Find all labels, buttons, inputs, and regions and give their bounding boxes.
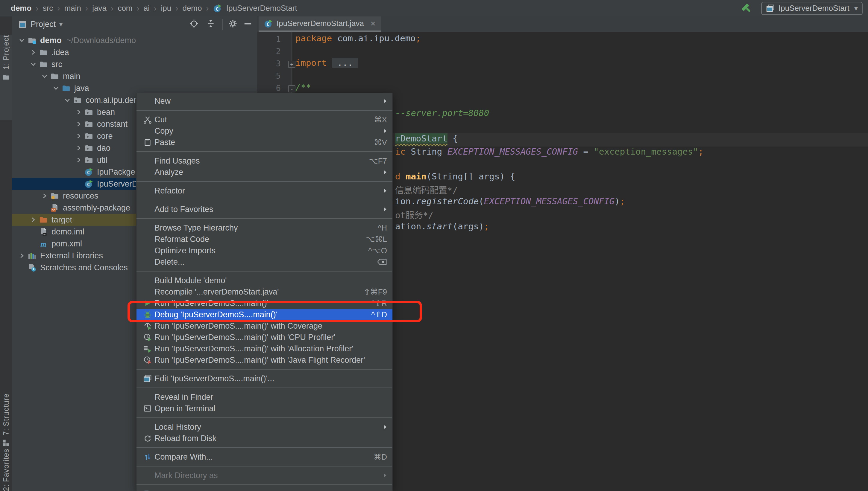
package-icon [83, 132, 94, 141]
chevron-right-icon[interactable] [40, 192, 49, 199]
menu-item-open-in-terminal[interactable]: Open in Terminal [136, 403, 392, 414]
breadcrumb-item-ipu-6[interactable]: ipu [161, 4, 171, 13]
sidebar-tab-project[interactable]: 1: Project [0, 35, 12, 120]
svg-text:C: C [267, 21, 269, 27]
breadcrumb-item-src-1[interactable]: src [43, 4, 53, 13]
menu-item-reformat-code[interactable]: Reformat Code⌥⌘L [136, 234, 392, 245]
toolbar-divider [222, 19, 223, 30]
tree-item-label: assembly-package [63, 203, 130, 212]
reload-icon [141, 434, 155, 442]
breadcrumb-item-java-3[interactable]: java [92, 4, 107, 13]
fold-marker-icon[interactable]: + [288, 61, 295, 68]
menu-item-new[interactable]: New [136, 95, 392, 107]
menu-item-reveal-in-finder[interactable]: Reveal in Finder [136, 392, 392, 403]
menu-item-diagrams[interactable]: Diagrams [136, 488, 392, 491]
breadcrumb-item-demo-7[interactable]: demo [182, 4, 202, 13]
package-icon [83, 155, 94, 165]
menu-item-find-usages[interactable]: Find Usages⌥F7 [136, 155, 392, 167]
terminal-icon [141, 404, 155, 413]
chevron-right-icon[interactable] [29, 49, 38, 56]
chevron-right-icon[interactable] [74, 144, 83, 152]
breadcrumb-item-main-2[interactable]: main [64, 4, 81, 13]
annotation-rectangle [128, 301, 422, 322]
class-run-icon: C [264, 19, 273, 28]
menu-separator [136, 200, 392, 200]
chevron-down-icon[interactable] [63, 96, 72, 104]
locate-file-icon[interactable] [189, 19, 199, 28]
tree-item-demo[interactable]: demo~/Downloads/demo [12, 34, 257, 46]
tree-item-main[interactable]: main [12, 70, 257, 82]
chevron-right-icon[interactable] [29, 216, 38, 223]
menu-item-copy[interactable]: Copy [136, 125, 392, 137]
hide-panel-icon[interactable] [243, 19, 253, 28]
breadcrumb-separator: › [36, 4, 38, 13]
menu-item-label: Paste [155, 138, 175, 147]
menu-item-compare-with[interactable]: Compare With...⌘D [136, 451, 392, 463]
breadcrumb-item-com-4[interactable]: com [118, 4, 132, 13]
breadcrumb-item-demo-0[interactable]: demo [11, 4, 31, 13]
chevron-right-icon[interactable] [74, 156, 83, 164]
build-hammer-icon[interactable] [741, 2, 753, 15]
tree-item-src[interactable]: src [12, 58, 257, 70]
app-window-icon [141, 374, 155, 383]
menu-item-label: Copy [155, 126, 173, 136]
chevron-down-icon[interactable] [17, 37, 26, 44]
menu-item-refactor[interactable]: Refactor [136, 185, 392, 197]
submenu-arrow-icon [383, 128, 387, 134]
line-number: 5 [257, 71, 281, 81]
scissors-icon [141, 115, 155, 124]
tree-item-idea[interactable]: .idea [12, 46, 257, 58]
menu-item-run-ipuserverdemos-main-with-allocation-profiler[interactable]: Run 'IpuServerDemoS....main()' with 'All… [136, 343, 392, 354]
svg-text:<>: <> [52, 208, 55, 211]
profiler-alloc-icon [141, 345, 155, 353]
menu-item-edit-ipuserverdemos-main[interactable]: Edit 'IpuServerDemoS....main()'... [136, 373, 392, 384]
menu-item-run-ipuserverdemos-main-with-cpu-profiler[interactable]: Run 'IpuServerDemoS....main()' with 'CPU… [136, 331, 392, 343]
close-icon[interactable]: × [371, 19, 375, 28]
menu-item-label: Recompile '...erverDemoStart.java' [155, 287, 279, 297]
maven-icon: m [38, 239, 49, 248]
menu-separator [136, 110, 392, 111]
menu-separator [136, 369, 392, 370]
chevron-right-icon[interactable] [74, 133, 83, 140]
menu-item-label: Add to Favorites [155, 205, 213, 214]
chevron-down-icon[interactable] [40, 73, 49, 80]
menu-item-delete[interactable]: Delete... [136, 256, 392, 268]
menu-item-cut[interactable]: Cut⌘X [136, 114, 392, 125]
structure-icon [2, 439, 10, 447]
collapse-all-icon[interactable] [206, 19, 216, 28]
gear-icon[interactable] [228, 19, 238, 28]
menu-item-build-module-demo[interactable]: Build Module 'demo' [136, 275, 392, 286]
submenu-arrow-icon [383, 98, 387, 104]
tree-item-label: .idea [52, 48, 69, 57]
chevron-down-icon[interactable] [29, 61, 38, 68]
chevron-right-icon[interactable] [74, 120, 83, 128]
tree-item-label: dao [97, 144, 110, 153]
menu-item-analyze[interactable]: Analyze [136, 167, 392, 178]
breadcrumb-item-current[interactable]: IpuServerDemoStart [226, 4, 297, 13]
menu-item-local-history[interactable]: Local History [136, 421, 392, 433]
run-configuration-select[interactable]: IpuServerDemoStart ▾ [761, 2, 863, 15]
menu-item-optimize-imports[interactable]: Optimize Imports^⌥O [136, 245, 392, 256]
breadcrumb-item-ai-5[interactable]: ai [144, 4, 150, 13]
fold-marker-icon[interactable]: - [288, 85, 295, 92]
menu-separator [136, 484, 392, 485]
chevron-right-icon[interactable] [17, 252, 26, 259]
chevron-down-icon[interactable]: ▾ [59, 21, 62, 28]
menu-item-browse-type-hierarchy[interactable]: Browse Type Hierarchy^H [136, 222, 392, 234]
tree-item-label: IpuPackge [97, 168, 135, 177]
sidebar-tab-favorites[interactable]: 2: Favorites [0, 449, 12, 491]
project-panel-icon [18, 20, 27, 29]
menu-item-label: Build Module 'demo' [155, 276, 226, 285]
chevron-down-icon[interactable] [52, 85, 60, 92]
menu-item-paste[interactable]: Paste⌘V [136, 137, 392, 148]
menu-item-shortcut: ⌘X [374, 115, 387, 124]
menu-item-reload-from-disk[interactable]: Reload from Disk [136, 433, 392, 444]
chevron-right-icon[interactable] [74, 109, 83, 116]
menu-item-recompile-erverdemostart-java[interactable]: Recompile '...erverDemoStart.java'⇧⌘F9 [136, 286, 392, 297]
tree-item-java[interactable]: java [12, 82, 257, 94]
menu-item-add-to-favorites[interactable]: Add to Favorites [136, 204, 392, 215]
tree-item-path-hint: ~/Downloads/demo [66, 36, 136, 45]
menu-item-label: Run 'IpuServerDemoS....main()' with 'All… [155, 344, 353, 353]
menu-item-run-ipuserverdemos-main-with-java-flight-recorder[interactable]: Run 'IpuServerDemoS....main()' with 'Jav… [136, 354, 392, 366]
editor-tab[interactable]: C IpuServerDemoStart.java × [259, 17, 381, 32]
